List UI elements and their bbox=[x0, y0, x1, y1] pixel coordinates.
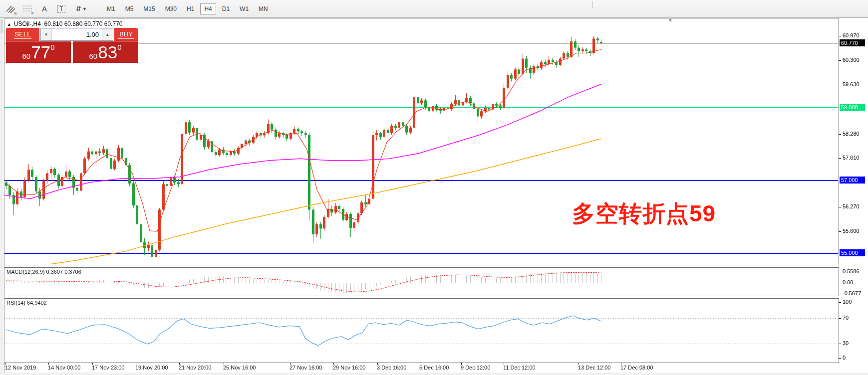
bottom-strip bbox=[0, 373, 868, 375]
tab-timeframe-d1[interactable]: D1 bbox=[218, 3, 234, 14]
scroll-thumb[interactable] bbox=[0, 19, 3, 33]
toolbar-separator bbox=[97, 3, 98, 15]
sell-price-prefix: 60 bbox=[22, 52, 31, 60]
buy-price-sup: 0 bbox=[117, 43, 121, 51]
one-click-collapse-icon[interactable]: ▲ bbox=[7, 22, 11, 27]
tab-timeframe-m5[interactable]: M5 bbox=[121, 3, 138, 14]
buy-price-prefix: 60 bbox=[89, 52, 98, 60]
tab-timeframe-w1[interactable]: W1 bbox=[236, 3, 253, 14]
one-click-trading-panel: SELL ▼ ▲ BUY 60 77 0 60 83 0 bbox=[6, 28, 138, 63]
buy-price-pane[interactable]: 60 83 0 bbox=[73, 41, 138, 63]
volume-spinner: ▼ ▲ bbox=[40, 28, 113, 41]
tool-sub-label: F bbox=[31, 11, 34, 15]
left-scroll-strip bbox=[0, 18, 4, 375]
sell-price-main: 77 bbox=[31, 43, 50, 62]
tab-timeframe-m30[interactable]: M30 bbox=[161, 3, 181, 14]
chart-symbol: USOil-,H4 bbox=[14, 20, 41, 27]
tab-timeframe-m15[interactable]: M15 bbox=[139, 3, 159, 14]
chart-shift-marker-icon[interactable]: ▼ bbox=[668, 17, 673, 23]
chart-title: ▲USOil-,H4 60.810 60.880 60.770 60.770 bbox=[7, 20, 122, 27]
buy-price-main: 83 bbox=[98, 43, 117, 62]
tool-sub-label: E bbox=[14, 11, 17, 15]
arrows-glyph: ⇵ bbox=[76, 5, 81, 12]
timeframe-button-group: M1M5M15M30H1H4D1W1MN bbox=[102, 3, 273, 14]
toolbar-group-separator bbox=[592, 1, 593, 8]
tab-timeframe-mn[interactable]: MN bbox=[255, 3, 272, 14]
rsi-indicator-label: RSI(14) 64.9402 bbox=[6, 300, 47, 306]
toolbar: E F A T ⇵ ▼ M1M5M15M30H1H4D1W1MN bbox=[0, 0, 868, 18]
text-label-tool-icon[interactable]: T bbox=[55, 3, 68, 15]
sell-button[interactable]: SELL bbox=[6, 28, 39, 41]
volume-increase-button[interactable]: ▲ bbox=[102, 28, 113, 40]
text-tool-icon[interactable]: A bbox=[38, 3, 51, 15]
volume-decrease-button[interactable]: ▼ bbox=[41, 28, 52, 40]
chart-annotation: 多空转折点59 bbox=[572, 198, 716, 229]
tab-timeframe-h4[interactable]: H4 bbox=[200, 3, 216, 14]
sell-price-pane[interactable]: 60 77 0 bbox=[6, 41, 71, 63]
tab-timeframe-m1[interactable]: M1 bbox=[103, 3, 119, 14]
equidistant-channel-tool-icon[interactable]: E bbox=[4, 3, 17, 15]
tab-timeframe-h1[interactable]: H1 bbox=[183, 3, 198, 14]
dropdown-caret-icon[interactable]: ▼ bbox=[82, 6, 87, 11]
sell-price-sup: 0 bbox=[50, 43, 54, 51]
macd-indicator-label: MACD(12,26,9) 0.3607 0.3706 bbox=[6, 269, 81, 275]
buy-button[interactable]: BUY bbox=[114, 28, 138, 41]
chart-ohlc-values: 60.810 60.880 60.770 60.770 bbox=[44, 20, 123, 27]
volume-input[interactable] bbox=[52, 28, 102, 40]
fibonacci-tool-icon[interactable]: F bbox=[21, 3, 34, 15]
arrows-tool-icon[interactable]: ⇵ ▼ bbox=[72, 3, 91, 15]
